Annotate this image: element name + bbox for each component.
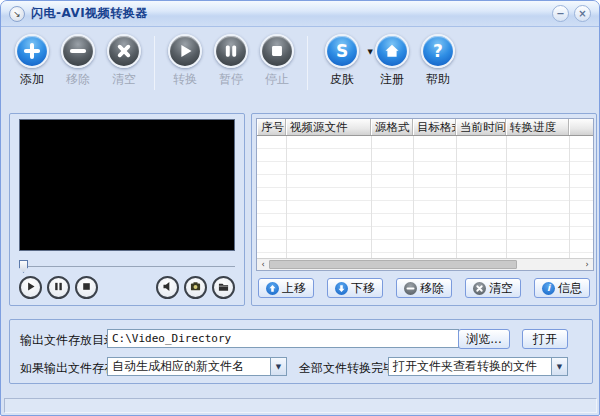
seek-slider-thumb[interactable]: [19, 260, 28, 273]
browse-button[interactable]: 浏览...: [458, 329, 510, 349]
cross-icon: [107, 34, 141, 68]
info-button[interactable]: i 信息: [534, 278, 590, 298]
folder-icon: [218, 281, 229, 295]
question-icon: ?: [421, 34, 455, 68]
toolbar-register-label: 注册: [380, 71, 404, 88]
home-icon: [375, 34, 409, 68]
minus-icon: [61, 34, 95, 68]
move-down-button[interactable]: 下移: [327, 278, 383, 298]
plus-icon: [15, 34, 49, 68]
toolbar-remove-button[interactable]: 移除: [55, 34, 101, 88]
close-icon: ×: [578, 9, 586, 19]
list-remove-button[interactable]: 移除: [396, 278, 452, 298]
player-snapshot-button[interactable]: [184, 276, 207, 299]
app-window: ↘ 闪电-AVI视频转换器 − × 添加 移除 清空: [0, 0, 600, 416]
after-done-dropdown[interactable]: 打开文件夹查看转换的文件 ▼: [388, 357, 568, 376]
scroll-left-arrow-icon[interactable]: ‹: [257, 259, 269, 270]
seek-slider[interactable]: [19, 260, 235, 273]
list-remove-label: 移除: [420, 280, 444, 297]
if-exists-dropdown[interactable]: 自动生成相应的新文件名 ▼: [107, 357, 287, 376]
move-up-button[interactable]: 上移: [258, 278, 314, 298]
toolbar-convert-label: 转换: [173, 71, 197, 88]
toolbar-help-button[interactable]: ? 帮助: [415, 34, 461, 88]
toolbar-clear-button[interactable]: 清空: [101, 34, 147, 88]
list-clear-label: 清空: [489, 280, 513, 297]
toolbar-convert-button[interactable]: 转换: [162, 34, 208, 88]
toolbar-stop-button[interactable]: 停止: [254, 34, 300, 88]
toolbar-help-label: 帮助: [426, 71, 450, 88]
horizontal-scrollbar[interactable]: ‹ ›: [257, 258, 593, 270]
speaker-icon: [162, 281, 173, 295]
grid-line: [506, 136, 507, 258]
toolbar-add-label: 添加: [20, 71, 44, 88]
toolbar-pause-label: 暂停: [219, 71, 243, 88]
title-bar: ↘ 闪电-AVI视频转换器 − ×: [1, 1, 599, 27]
scroll-right-arrow-icon[interactable]: ›: [581, 259, 593, 270]
app-icon: ↘: [9, 6, 25, 22]
cross-icon: [473, 282, 486, 295]
grid-line: [569, 136, 570, 258]
window-title: 闪电-AVI视频转换器: [31, 5, 148, 22]
stop-icon: [81, 281, 92, 295]
column-header-source[interactable]: 视频源文件: [286, 119, 371, 135]
toolbar-skin-label: 皮肤: [330, 71, 354, 88]
grid-line: [286, 136, 287, 258]
camera-icon: [190, 281, 201, 295]
column-header-filler: [569, 119, 593, 135]
file-list-body[interactable]: [257, 136, 593, 258]
info-icon: i: [542, 282, 555, 295]
minimize-button[interactable]: −: [552, 5, 569, 22]
arrow-down-icon: [335, 282, 348, 295]
arrow-up-icon: [266, 282, 279, 295]
column-header-dstfmt[interactable]: 目标格式: [413, 119, 456, 135]
column-header-progress[interactable]: 转换进度: [506, 119, 569, 135]
if-exists-value: 自动生成相应的新文件名: [108, 358, 270, 375]
toolbar-separator: [154, 36, 155, 90]
seek-slider-track[interactable]: [19, 266, 235, 267]
app-icon-glyph: ↘: [13, 9, 21, 19]
toolbar-separator: [307, 36, 308, 90]
video-preview: [19, 119, 235, 251]
player-controls: [19, 276, 235, 299]
scrollbar-thumb[interactable]: [269, 260, 517, 269]
player-pause-button[interactable]: [47, 276, 70, 299]
column-header-srcfmt[interactable]: 源格式: [371, 119, 413, 135]
player-play-button[interactable]: [19, 276, 42, 299]
main-toolbar: 添加 移除 清空 转换 暂停: [1, 28, 599, 108]
play-icon: [25, 281, 36, 295]
after-done-value: 打开文件夹查看转换的文件: [389, 358, 551, 375]
player-volume-button[interactable]: [156, 276, 179, 299]
toolbar-add-button[interactable]: 添加: [9, 34, 55, 88]
player-stop-button[interactable]: [75, 276, 98, 299]
output-settings-panel: 输出文件存放目录: 浏览... 打开 如果输出文件存在: 自动生成相应的新文件名…: [9, 319, 593, 384]
toolbar-register-button[interactable]: 注册: [369, 34, 415, 88]
grid-line: [371, 136, 372, 258]
list-clear-button[interactable]: 清空: [465, 278, 521, 298]
play-icon: [168, 34, 202, 68]
file-list-panel: 序号 视频源文件 源格式 目标格式 当前时间 转换进度 ‹ ›: [251, 113, 597, 306]
toolbar-pause-button[interactable]: 暂停: [208, 34, 254, 88]
open-button[interactable]: 打开: [522, 329, 568, 349]
move-up-label: 上移: [282, 280, 306, 297]
close-button[interactable]: ×: [574, 5, 591, 22]
browse-label: 浏览...: [466, 331, 501, 348]
toolbar-skin-button[interactable]: S ▼ 皮肤: [315, 34, 369, 88]
window-controls: − ×: [552, 5, 591, 22]
column-header-index[interactable]: 序号: [257, 119, 286, 135]
output-dir-input[interactable]: [107, 329, 459, 348]
grid-line: [413, 136, 414, 258]
player-open-file-button[interactable]: [212, 276, 235, 299]
minus-icon: [404, 282, 417, 295]
open-label: 打开: [533, 331, 557, 348]
output-dir-label: 输出文件存放目录:: [20, 332, 120, 349]
toolbar-stop-label: 停止: [265, 71, 289, 88]
video-preview-panel: [9, 113, 245, 306]
status-bar: [4, 398, 597, 413]
file-table-header: 序号 视频源文件 源格式 目标格式 当前时间 转换进度: [257, 119, 593, 136]
column-header-time[interactable]: 当前时间: [456, 119, 506, 135]
chevron-down-icon[interactable]: ▼: [270, 358, 286, 375]
toolbar-clear-label: 清空: [112, 71, 136, 88]
chevron-down-icon[interactable]: ▼: [551, 358, 567, 375]
file-table: 序号 视频源文件 源格式 目标格式 当前时间 转换进度 ‹ ›: [256, 118, 594, 271]
info-label: 信息: [558, 280, 582, 297]
